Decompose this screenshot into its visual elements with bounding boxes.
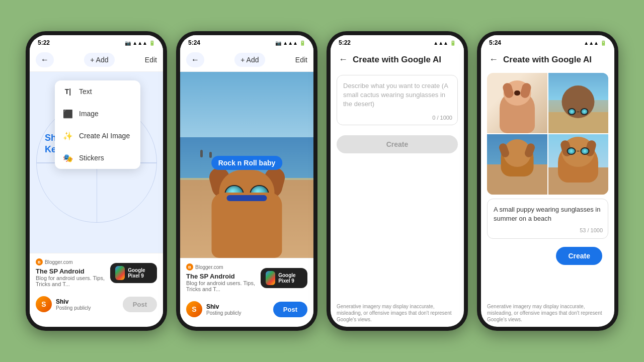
card-row-2: B Blogger.com The SP Android Blog for an… bbox=[186, 263, 307, 292]
phone-4: 5:24 ▲▲▲ 🔋 ← Create with Google AI bbox=[477, 31, 618, 331]
blogger-logo-1: B bbox=[36, 258, 43, 265]
pixel-icon-2 bbox=[266, 271, 275, 285]
menu-ai-label: Create AI Image bbox=[79, 132, 130, 140]
status-bar-3: 5:22 ▲▲▲ 🔋 bbox=[331, 35, 464, 48]
phone-2: 5:24 📷 ▲▲▲ 🔋 ← + Add Edit bbox=[176, 31, 317, 331]
ai-image-2[interactable] bbox=[548, 73, 609, 133]
disclaimer-3: Generative imagery may display inaccurat… bbox=[331, 299, 464, 327]
pixel-badge-2: Google Pixel 9 bbox=[261, 268, 307, 288]
image-icon: ⬛ bbox=[63, 109, 73, 119]
create-header-3: ← Create with Google AI bbox=[331, 48, 464, 69]
left-lens-2 bbox=[568, 108, 576, 115]
blog-info-1: B Blogger.com The SP Android Blog for an… bbox=[36, 258, 110, 287]
menu-item-image[interactable]: ⬛ Image bbox=[55, 103, 140, 125]
ai-placeholder-3: Describe what you want to create (A smal… bbox=[343, 81, 451, 109]
menu-item-ai-image[interactable]: ✨ Create AI Image bbox=[55, 125, 140, 147]
blog-desc-2: Blog for android users. Tips, Tricks and… bbox=[186, 280, 261, 292]
post-button-2[interactable]: Post bbox=[273, 302, 307, 317]
dog-container bbox=[205, 157, 288, 258]
user-name-2: Shiv bbox=[206, 303, 269, 310]
ai-text-result[interactable]: A small puppy wearing sunglasses in summ… bbox=[487, 199, 608, 239]
ai-image-3[interactable] bbox=[487, 134, 547, 195]
phone-4-screen: 5:24 ▲▲▲ 🔋 ← Create with Google AI bbox=[481, 35, 614, 327]
user-info-1: Shiv Posting publicly bbox=[56, 298, 119, 311]
stickers-icon: 🎭 bbox=[63, 153, 73, 163]
user-info-2: Shiv Posting publicly bbox=[206, 303, 269, 316]
phones-container: 5:22 📷 ▲▲▲ 🔋 ← + Add Edit T| Text bbox=[16, 21, 628, 341]
edit-button-2[interactable]: Edit bbox=[295, 56, 307, 64]
beach-photo: Rock n Roll baby bbox=[180, 72, 313, 258]
add-button-1[interactable]: + Add bbox=[84, 53, 114, 67]
menu-image-label: Image bbox=[79, 110, 99, 118]
user-row-1: S Shiv Posting publicly Post bbox=[30, 292, 163, 316]
pixel-label-2: Google Pixel 9 bbox=[278, 273, 302, 284]
dog-collar bbox=[227, 195, 267, 201]
pixel-label-1: Google Pixel 9 bbox=[128, 267, 152, 279]
char-count-4: 53 / 1000 bbox=[580, 227, 603, 234]
status-icons-1: 📷 ▲▲▲ 🔋 bbox=[125, 40, 155, 46]
battery-icon: 🔋 bbox=[149, 40, 155, 46]
dog-body bbox=[212, 193, 282, 258]
blog-info-2: B Blogger.com The SP Android Blog for an… bbox=[186, 263, 261, 292]
pixel-icon-1 bbox=[115, 266, 125, 280]
disclaimer-4: Generative imagery may display inaccurat… bbox=[481, 299, 614, 327]
status-icons-2: 📷 ▲▲▲ 🔋 bbox=[275, 40, 305, 46]
create-button-4[interactable]: Create bbox=[556, 247, 602, 265]
user-status-1: Posting publicly bbox=[56, 305, 119, 311]
right-lens-2 bbox=[581, 108, 589, 115]
user-name-1: Shiv bbox=[56, 298, 119, 305]
blogger-label-2: Blogger.com bbox=[195, 264, 223, 270]
result-text: A small puppy wearing sunglasses in summ… bbox=[494, 206, 600, 222]
person-silhouette-1 bbox=[200, 150, 203, 157]
status-icons-3: ▲▲▲ 🔋 bbox=[433, 40, 456, 46]
phone-3-screen: 5:22 ▲▲▲ 🔋 ← Create with Google AI Descr… bbox=[331, 35, 464, 327]
pixel-badge-1: Google Pixel 9 bbox=[110, 263, 157, 283]
bridge-2 bbox=[577, 112, 580, 112]
rock-roll-label: Rock n Roll baby bbox=[211, 156, 283, 170]
add-button-2[interactable]: + Add bbox=[234, 53, 265, 67]
phone-1-screen: 5:22 📷 ▲▲▲ 🔋 ← + Add Edit T| Text bbox=[30, 35, 163, 327]
blogger-logo-2: B bbox=[186, 263, 193, 270]
status-icons-4: ▲▲▲ 🔋 bbox=[584, 40, 606, 46]
time-4: 5:24 bbox=[489, 39, 501, 46]
left-lens-4 bbox=[567, 147, 576, 155]
back-button-3[interactable]: ← bbox=[339, 54, 348, 65]
ai-image-4[interactable] bbox=[548, 134, 609, 195]
back-button-4[interactable]: ← bbox=[489, 54, 498, 65]
text-icon: T| bbox=[63, 86, 73, 97]
post-button-1[interactable]: Post bbox=[123, 297, 157, 312]
status-bar-1: 5:22 📷 ▲▲▲ 🔋 bbox=[30, 35, 163, 48]
phone3-inner: 5:22 ▲▲▲ 🔋 ← Create with Google AI Descr… bbox=[331, 35, 464, 327]
puppy-nose-1 bbox=[514, 90, 520, 96]
blogger-badge-1: B Blogger.com bbox=[36, 258, 110, 265]
ai-results-grid bbox=[487, 73, 608, 195]
camera-icon-2: 📷 bbox=[275, 40, 281, 46]
menu-item-stickers[interactable]: 🎭 Stickers bbox=[55, 147, 140, 169]
blogger-badge-2: B Blogger.com bbox=[186, 263, 261, 270]
back-button-1[interactable]: ← bbox=[36, 52, 54, 67]
time-3: 5:22 bbox=[339, 39, 351, 46]
battery-icon-2: 🔋 bbox=[299, 40, 305, 46]
phone-2-screen: 5:24 📷 ▲▲▲ 🔋 ← + Add Edit bbox=[180, 35, 313, 327]
phone-1: 5:22 📷 ▲▲▲ 🔋 ← + Add Edit T| Text bbox=[26, 31, 167, 331]
ai-image-1[interactable] bbox=[487, 73, 547, 133]
dropdown-menu: T| Text ⬛ Image ✨ Create AI Image 🎭 Stic… bbox=[55, 80, 140, 169]
back-button-2[interactable]: ← bbox=[186, 52, 204, 67]
signal-icon-3: ▲▲▲ bbox=[433, 40, 448, 46]
char-count-3: 0 / 1000 bbox=[432, 115, 452, 121]
right-lens-4 bbox=[581, 147, 590, 155]
camera-icon: 📷 bbox=[125, 40, 131, 46]
bridge-4 bbox=[577, 151, 580, 151]
edit-button-1[interactable]: Edit bbox=[145, 56, 157, 64]
phone4-inner: 5:24 ▲▲▲ 🔋 ← Create with Google AI bbox=[481, 35, 614, 327]
create-button-3[interactable]: Create bbox=[337, 135, 458, 153]
menu-item-text[interactable]: T| Text bbox=[55, 80, 140, 103]
ai-textarea-3[interactable]: Describe what you want to create (A smal… bbox=[337, 75, 458, 125]
create-title-3: Create with Google AI bbox=[353, 55, 441, 65]
avatar-1: S bbox=[36, 296, 52, 312]
avatar-2: S bbox=[186, 301, 202, 317]
blog-title-2: The SP Android bbox=[186, 273, 261, 280]
phone-3: 5:22 ▲▲▲ 🔋 ← Create with Google AI Descr… bbox=[327, 31, 468, 331]
blog-desc-1: Blog for android users. Tips, Tricks and… bbox=[36, 275, 110, 287]
battery-icon-3: 🔋 bbox=[450, 40, 456, 46]
